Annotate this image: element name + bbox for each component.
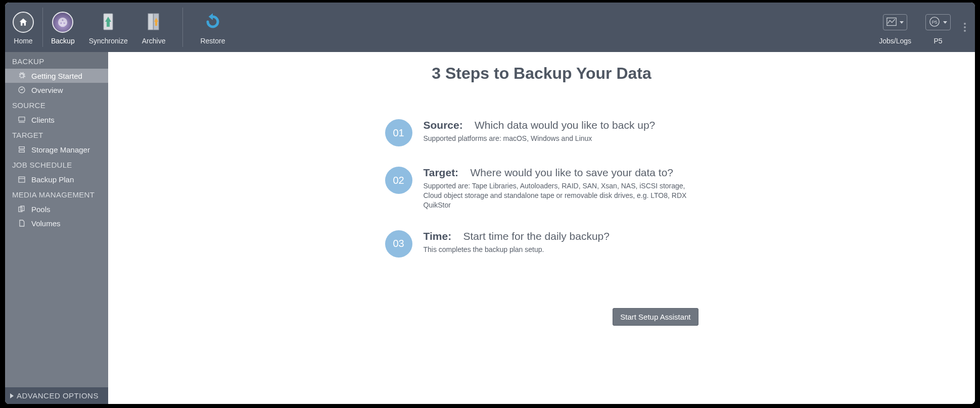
home-icon (13, 12, 34, 33)
sidebar-item-label: Storage Manager (31, 145, 90, 154)
home-label: Home (14, 37, 32, 45)
sidebar-header-source: SOURCE (5, 97, 108, 113)
step-number-badge: 02 (385, 167, 412, 194)
svg-rect-1 (148, 14, 153, 30)
svg-rect-7 (19, 117, 25, 121)
step-number-badge: 03 (385, 230, 412, 258)
sidebar-item-overview[interactable]: Overview (5, 83, 108, 97)
overview-icon (17, 85, 26, 94)
toolbar-right: Jobs/Logs P5 P5 (872, 3, 975, 52)
jobs-logs-button[interactable]: Jobs/Logs (872, 3, 918, 52)
toolbar-separator (42, 8, 43, 47)
sidebar-header-media-management: MEDIA MANAGEMENT (5, 186, 108, 202)
main-content: 3 Steps to Backup Your Data 01 Source: W… (108, 52, 975, 404)
step-label: Time: (424, 230, 452, 242)
toolbar-left: Home Backup (5, 3, 232, 52)
p5-label: P5 (934, 37, 942, 45)
step-detail: This completes the backup plan setup. (424, 245, 698, 254)
advanced-options-toggle[interactable]: ADVANCED OPTIONS (5, 387, 108, 404)
sidebar-item-label: Getting Started (31, 72, 82, 80)
step-label: Source: (424, 119, 463, 131)
page-title: 3 Steps to Backup Your Data (108, 64, 975, 83)
calendar-icon (17, 175, 26, 184)
svg-rect-10 (19, 150, 25, 152)
step-number-badge: 01 (385, 119, 412, 146)
pools-icon (17, 205, 26, 214)
sidebar-item-label: Clients (31, 116, 55, 124)
synchronize-icon (100, 12, 117, 33)
step-detail: Supported are: Tape Libraries, Autoloade… (424, 181, 698, 210)
svg-rect-9 (19, 147, 25, 149)
sidebar-item-label: Pools (31, 205, 51, 214)
sidebar-item-clients[interactable]: Clients (5, 113, 108, 127)
sidebar-item-backup-plan[interactable]: Backup Plan (5, 172, 108, 186)
step-question: Start time for the daily backup? (463, 230, 610, 242)
sidebar-item-getting-started[interactable]: Getting Started (5, 69, 108, 83)
chevron-down-icon (900, 21, 904, 24)
triangle-right-icon (10, 393, 14, 398)
body-row: BACKUP Getting Started Overview SOURCE C… (5, 52, 975, 404)
step-target: 02 Target: Where would you like to save … (385, 166, 698, 210)
chevron-down-icon (943, 21, 947, 24)
archive-icon (145, 12, 162, 33)
gear-icon (17, 71, 26, 80)
sidebar-header-backup: BACKUP (5, 52, 108, 69)
step-time: 03 Time: Start time for the daily backup… (385, 229, 698, 258)
backup-label: Backup (51, 37, 75, 45)
sidebar-item-pools[interactable]: Pools (5, 202, 108, 216)
clients-icon (17, 115, 26, 124)
step-detail: Supported platforms are: macOS, Windows … (424, 134, 698, 143)
svg-text:P5: P5 (931, 19, 937, 24)
sidebar-item-label: Overview (31, 86, 63, 94)
sidebar: BACKUP Getting Started Overview SOURCE C… (5, 52, 108, 404)
jobs-logs-label: Jobs/Logs (879, 37, 911, 45)
jobs-logs-icon (886, 17, 897, 28)
step-source: 01 Source: Which data would you like to … (385, 118, 698, 146)
toolbar-separator (182, 8, 183, 47)
p5-button[interactable]: P5 P5 (918, 3, 958, 52)
p5-icon: P5 (929, 16, 940, 29)
backup-button[interactable]: Backup (44, 3, 82, 52)
top-toolbar: Home Backup (5, 3, 975, 52)
archive-button[interactable]: Archive (135, 3, 173, 52)
sidebar-item-label: Volumes (31, 219, 61, 228)
synchronize-label: Synchronize (89, 37, 128, 45)
kebab-menu-icon[interactable] (964, 23, 966, 32)
sidebar-header-target: TARGET (5, 127, 108, 142)
advanced-options-label: ADVANCED OPTIONS (17, 391, 99, 400)
sidebar-item-storage-manager[interactable]: Storage Manager (5, 142, 108, 157)
app-window: Home Backup (5, 3, 975, 404)
restore-button[interactable]: Restore (193, 3, 232, 52)
svg-rect-11 (19, 177, 25, 182)
backup-icon (52, 12, 73, 33)
sidebar-item-label: Backup Plan (31, 175, 74, 184)
step-question: Where would you like to save your data t… (470, 167, 673, 178)
synchronize-button[interactable]: Synchronize (82, 3, 135, 52)
steps-block: 01 Source: Which data would you like to … (385, 118, 698, 258)
start-setup-assistant-button[interactable]: Start Setup Assistant (613, 308, 698, 326)
sidebar-header-job-schedule: JOB SCHEDULE (5, 157, 108, 172)
volumes-icon (17, 219, 26, 228)
sidebar-item-volumes[interactable]: Volumes (5, 216, 108, 230)
toolbar-spacer (232, 3, 872, 52)
restore-icon (203, 12, 223, 33)
step-label: Target: (424, 167, 459, 178)
restore-label: Restore (200, 37, 225, 45)
step-question: Which data would you like to back up? (475, 119, 655, 131)
archive-label: Archive (142, 37, 166, 45)
home-button[interactable]: Home (5, 3, 41, 52)
storage-icon (17, 145, 26, 154)
